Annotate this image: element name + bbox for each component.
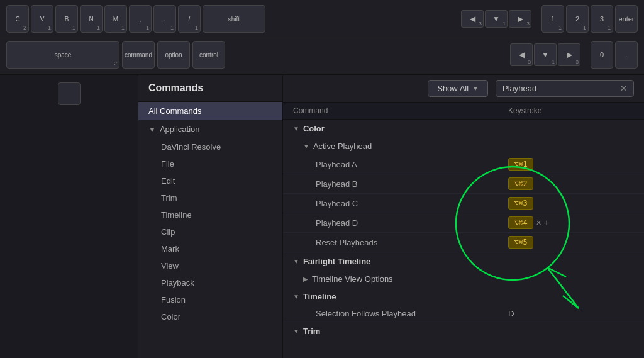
cmd-playback[interactable]: Playback [138,274,282,291]
cmd-view[interactable]: View [138,257,282,274]
table-panel: Show All ▼ Playhead ✕ Command Keystroke … [283,75,644,358]
cmd-color[interactable]: Color [138,308,282,325]
arrow-left-bottom[interactable]: ◀3 [510,43,533,66]
collapse-arrow-fairlight: ▼ [293,258,299,265]
keystroke-badge: ⌥⌘2 [508,177,533,190]
table-row[interactable]: Playhead A ⌥⌘1 [283,155,644,174]
num-dot[interactable]: . [615,41,638,69]
arrow-left-key[interactable]: ◀3 [461,10,484,28]
key-command[interactable]: command [122,41,155,69]
collapse-arrow-timeline-view: ▶ [303,276,308,282]
key-shift[interactable]: shift [203,5,265,33]
commands-panel: Commands All Commands ▼ Application DaVi… [138,75,283,358]
section-timeline[interactable]: ▼ Timeline [283,288,644,306]
col-command-header: Command [293,106,508,115]
arrow-down-bottom[interactable]: ▼1 [534,43,557,66]
table-row[interactable]: Reset Playheads ⌥⌘5 [283,233,644,252]
collapse-arrow-trim: ▼ [293,328,299,335]
search-box[interactable]: Playhead ✕ [496,80,634,97]
table-columns: Command Keystroke [283,103,644,120]
arrow-right-bottom[interactable]: ▶3 [558,43,580,66]
left-panel [0,75,138,358]
cmd-fusion[interactable]: Fusion [138,291,282,308]
key-n[interactable]: N1 [80,5,103,33]
table-row[interactable]: Selection Follows Playhead D [283,306,644,322]
main-content: Commands All Commands ▼ Application DaVi… [0,75,644,358]
keystroke-badge: ⌥⌘3 [508,197,533,210]
remove-keystroke-button[interactable]: ✕ [536,219,541,227]
cmd-trim[interactable]: Trim [138,189,282,206]
cmd-clip[interactable]: Clip [138,223,282,240]
arrow-cluster-top: ◀3 ▼1 ▶3 [461,10,531,28]
table-body: ▼ Color ▼ Active Playhead Playhead A ⌥⌘1… [283,120,644,358]
key-space[interactable]: space 2 [6,41,119,69]
keyboard-row1: C2 V1 B1 N1 M1 ,1 .1 /1 shift ◀3 ▼1 ▶3 1… [0,0,644,38]
mini-button[interactable] [58,82,80,105]
col-keystroke-header: Keystroke [508,106,634,115]
cmd-davinci[interactable]: DaVinci Resolve [138,138,282,155]
cmd-application[interactable]: ▼ Application [138,120,282,138]
num-0[interactable]: 0 [591,41,613,69]
subsection-active-playhead[interactable]: ▼ Active Playhead [283,138,644,155]
key-control[interactable]: control [192,41,225,69]
subsection-timeline-view[interactable]: ▶ Timeline View Options [283,271,644,288]
arrow-bottom-group: ◀3 ▼1 ▶3 [510,43,580,66]
num-1[interactable]: 11 [541,5,564,33]
arrow-right-key[interactable]: ▶3 [509,10,531,28]
key-group-letters: C2 V1 B1 N1 M1 ,1 .1 /1 shift [6,5,265,33]
table-row[interactable]: Playhead D ⌥⌘4 ✕ + [283,213,644,233]
section-trim[interactable]: ▼ Trim [283,322,644,340]
commands-list: All Commands ▼ Application DaVinci Resol… [138,102,282,358]
key-option[interactable]: option [157,41,190,69]
section-color[interactable]: ▼ Color [283,120,644,138]
keystroke-badge: ⌥⌘4 [508,216,533,229]
cmd-all-commands[interactable]: All Commands [138,102,282,120]
section-fairlight[interactable]: ▼ Fairlight Timeline [283,252,644,271]
cmd-edit[interactable]: Edit [138,172,282,189]
key-m[interactable]: M1 [104,5,127,33]
keystroke-badge: ⌥⌘1 [508,158,533,171]
numpad-top: 11 21 31 enter [541,5,638,33]
cmd-file[interactable]: File [138,155,282,172]
key-slash[interactable]: /1 [178,5,201,33]
table-row[interactable]: Playhead B ⌥⌘2 [283,174,644,194]
numpad-bottom: 0 . [591,41,638,69]
keyboard-row2: space 2 command option control ◀3 ▼1 ▶3 … [0,38,644,75]
arrow-down-key[interactable]: ▼1 [485,10,508,28]
key-b[interactable]: B1 [55,5,78,33]
num-3[interactable]: 31 [591,5,613,33]
collapse-arrow-playhead: ▼ [303,143,309,150]
key-comma[interactable]: ,1 [129,5,152,33]
key-c[interactable]: C2 [6,5,29,33]
key-v[interactable]: V1 [31,5,53,33]
table-row[interactable]: Playhead C ⌥⌘3 [283,194,644,213]
clear-search-icon[interactable]: ✕ [620,84,627,93]
commands-title: Commands [138,75,282,102]
num-enter[interactable]: enter [615,5,638,33]
cmd-timeline[interactable]: Timeline [138,206,282,223]
num-2[interactable]: 21 [566,5,589,33]
plain-keystroke: D [508,309,514,318]
chevron-down-icon: ▼ [472,85,479,92]
cmd-mark[interactable]: Mark [138,240,282,257]
table-header-bar: Show All ▼ Playhead ✕ [283,75,644,103]
add-keystroke-button[interactable]: + [544,218,549,228]
collapse-arrow-color: ▼ [293,125,299,132]
expand-arrow: ▼ [148,125,156,134]
show-all-button[interactable]: Show All ▼ [428,80,488,97]
key-period[interactable]: .1 [153,5,176,33]
collapse-arrow-timeline: ▼ [293,293,299,300]
keystroke-badge: ⌥⌘5 [508,236,533,249]
